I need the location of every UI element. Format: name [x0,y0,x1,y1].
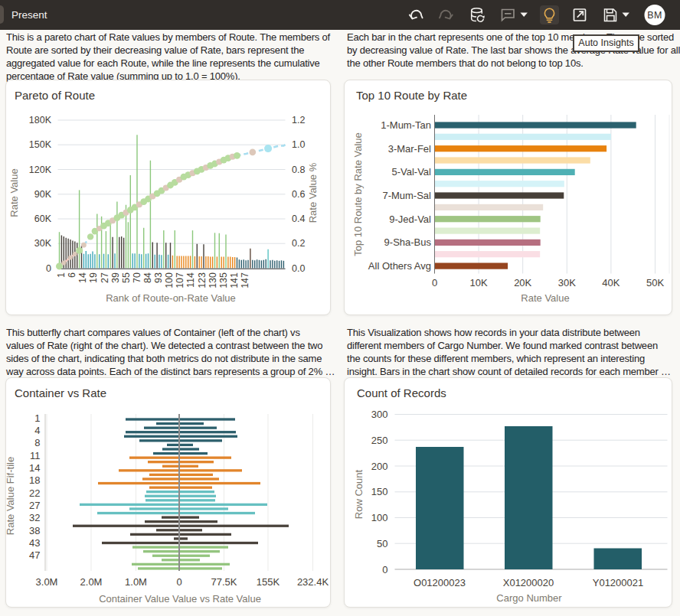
svg-text:141: 141 [229,272,240,288]
svg-text:Cargo Number: Cargo Number [496,592,562,604]
svg-text:1: 1 [56,272,67,278]
svg-text:Rate Value Fif-tile: Rate Value Fif-tile [5,457,16,535]
svg-text:0: 0 [176,576,181,588]
svg-text:200: 200 [371,461,388,472]
svg-text:1-Mum-Tan: 1-Mum-Tan [381,119,431,131]
svg-text:155K: 155K [257,576,280,588]
svg-text:0.8: 0.8 [292,165,305,175]
svg-text:180K: 180K [29,115,52,125]
svg-text:60K: 60K [34,213,52,224]
svg-text:0.0: 0.0 [292,263,305,274]
svg-text:3-Mar-Fel: 3-Mar-Fel [388,143,431,155]
svg-text:77.5K: 77.5K [211,576,237,588]
svg-text:0: 0 [382,564,387,575]
svg-text:0.2: 0.2 [292,238,305,249]
svg-text:10K: 10K [470,277,488,288]
svg-text:114: 114 [185,272,196,288]
svg-text:14: 14 [29,462,40,474]
svg-text:8: 8 [34,437,40,448]
svg-text:X01200020: X01200020 [503,577,554,588]
svg-text:27: 27 [100,272,110,283]
svg-text:20K: 20K [514,277,531,288]
svg-text:6: 6 [67,272,77,278]
svg-text:3.0M: 3.0M [36,576,58,588]
svg-text:0.6: 0.6 [292,189,305,200]
svg-text:150K: 150K [29,139,52,150]
svg-text:1.2: 1.2 [292,115,305,125]
svg-text:232.4K: 232.4K [297,576,329,588]
svg-text:123: 123 [197,272,208,288]
svg-text:0: 0 [46,263,51,274]
svg-text:Top 10 Route by Rate Value: Top 10 Route by Rate Value [352,132,364,256]
svg-text:100: 100 [164,272,175,288]
svg-text:55: 55 [121,272,132,283]
svg-text:Container Value Value vs Rate: Container Value Value vs Rate Value [99,593,261,605]
svg-text:300: 300 [371,409,388,420]
svg-text:1.0: 1.0 [292,139,305,150]
svg-text:Rate Value %: Rate Value % [307,162,319,223]
svg-text:5-Val-Val: 5-Val-Val [391,166,431,178]
svg-text:120K: 120K [29,165,52,175]
svg-text:147: 147 [240,272,250,288]
svg-text:Rate Value: Rate Value [521,292,569,304]
svg-text:150: 150 [371,486,388,497]
svg-text:39: 39 [110,272,121,283]
svg-text:100: 100 [371,512,388,523]
svg-text:27: 27 [29,500,40,511]
svg-text:All Others Avg: All Others Avg [368,260,431,272]
svg-text:50K: 50K [646,277,664,288]
svg-text:4: 4 [34,425,40,436]
svg-text:18: 18 [29,474,40,486]
svg-text:84: 84 [142,272,153,283]
svg-text:22: 22 [29,487,40,499]
svg-text:32: 32 [29,512,40,523]
svg-text:O01200023: O01200023 [414,577,466,588]
svg-text:BM: BM [647,10,662,21]
svg-text:11: 11 [30,450,41,461]
svg-text:90K: 90K [34,189,52,200]
svg-text:38: 38 [29,525,40,536]
svg-text:Rate Value: Rate Value [8,168,20,217]
svg-text:93: 93 [153,272,164,283]
svg-text:9-Jed-Val: 9-Jed-Val [389,213,431,225]
svg-text:43: 43 [29,537,40,549]
svg-text:19: 19 [88,272,99,283]
svg-text:47: 47 [29,549,40,561]
svg-text:Y01200021: Y01200021 [593,577,644,588]
svg-text:7-Mum-Sal: 7-Mum-Sal [382,190,431,201]
svg-text:30K: 30K [558,277,576,288]
svg-text:130: 130 [208,272,218,288]
svg-text:1.0M: 1.0M [125,576,147,588]
svg-text:14: 14 [77,272,88,283]
svg-text:135: 135 [218,272,229,288]
svg-text:0.4: 0.4 [292,213,305,224]
svg-text:2.0M: 2.0M [80,576,103,588]
svg-text:50: 50 [377,538,387,549]
svg-text:107: 107 [175,272,185,288]
svg-text:Rank of Route-on-Rate Value: Rank of Route-on-Rate Value [106,292,236,304]
svg-text:30K: 30K [34,238,52,249]
svg-text:1: 1 [34,412,40,424]
svg-text:40K: 40K [602,277,620,288]
svg-text:0: 0 [432,277,437,288]
svg-text:70: 70 [132,272,142,283]
svg-text:9-Sha-Bus: 9-Sha-Bus [384,236,432,248]
svg-text:Row Count: Row Count [353,469,365,519]
svg-text:250: 250 [371,435,388,446]
